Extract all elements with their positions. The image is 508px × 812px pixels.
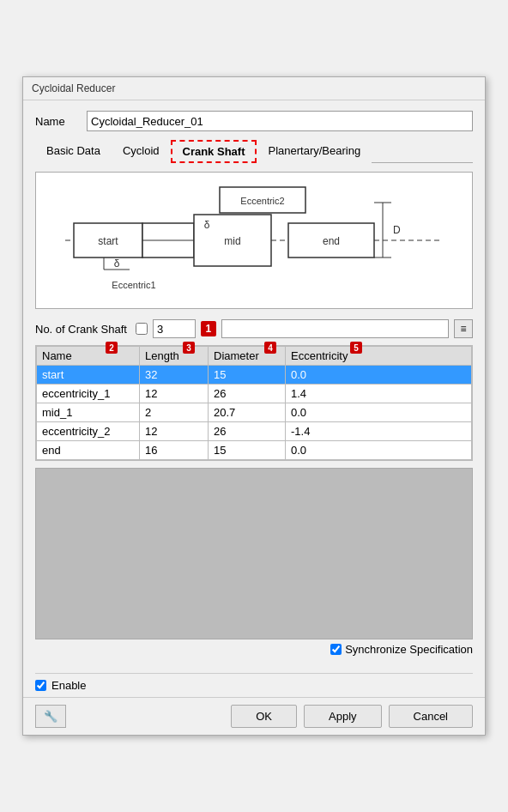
enable-section: Enable bbox=[23, 673, 485, 697]
cell-length: 32 bbox=[140, 366, 209, 385]
table-row[interactable]: mid_1220.70.0 bbox=[37, 403, 472, 422]
col-header-diameter: Diameter 4 bbox=[209, 347, 286, 366]
table-header-row: Name 2 Length 3 Diameter 4 Eccentricit bbox=[37, 347, 472, 366]
cell-diameter: 20.7 bbox=[209, 403, 286, 422]
action-buttons: OK Apply Cancel bbox=[231, 705, 473, 728]
cell-eccentricity: 0.0 bbox=[286, 403, 472, 422]
cell-diameter: 15 bbox=[209, 441, 286, 460]
table-container: Name 2 Length 3 Diameter 4 Eccentricit bbox=[35, 345, 473, 461]
cell-diameter: 26 bbox=[209, 422, 286, 441]
crank-shaft-diagram: start δ Eccentric1 mid E bbox=[57, 177, 451, 304]
tab-cycloid[interactable]: Cycloid bbox=[112, 140, 171, 163]
diagram: start δ Eccentric1 mid E bbox=[35, 172, 473, 309]
name-input[interactable] bbox=[87, 111, 473, 131]
crank-fill bbox=[221, 319, 449, 338]
tab-crank-shaft[interactable]: Crank Shaft bbox=[171, 140, 257, 163]
table-row[interactable]: start32150.0 bbox=[37, 366, 472, 385]
tab-basic-data[interactable]: Basic Data bbox=[35, 140, 112, 163]
button-row: 🔧 OK Apply Cancel bbox=[23, 697, 485, 735]
dialog: Cycloidal Reducer Name Basic Data Cycloi… bbox=[22, 76, 486, 736]
tab-planetary-bearing[interactable]: Planertary/Bearing bbox=[257, 140, 372, 163]
enable-label: Enable bbox=[51, 679, 86, 692]
cell-diameter: 26 bbox=[209, 385, 286, 403]
svg-text:Eccentric1: Eccentric1 bbox=[112, 280, 155, 290]
col-badge-2: 2 bbox=[106, 342, 118, 354]
crank-row: No. of Crank Shaft 1 ≡ bbox=[35, 319, 473, 338]
enable-checkbox[interactable] bbox=[35, 680, 46, 691]
name-row: Name bbox=[35, 111, 473, 131]
table-row[interactable]: eccentricity_21226-1.4 bbox=[37, 422, 472, 441]
crank-label: No. of Crank Shaft bbox=[35, 323, 127, 336]
col-header-length: Length 3 bbox=[140, 347, 209, 366]
col-badge-5: 5 bbox=[350, 342, 362, 354]
enable-row: Enable bbox=[35, 673, 473, 697]
cell-diameter: 15 bbox=[209, 366, 286, 385]
table-row[interactable]: end16150.0 bbox=[37, 441, 472, 460]
cell-length: 12 bbox=[140, 385, 209, 403]
cell-name: eccentricity_1 bbox=[37, 385, 140, 403]
table-empty-area bbox=[35, 468, 473, 639]
tabs: Basic Data Cycloid Crank Shaft Planertar… bbox=[35, 140, 473, 163]
cell-length: 2 bbox=[140, 403, 209, 422]
cell-eccentricity: 0.0 bbox=[286, 441, 472, 460]
data-table: Name 2 Length 3 Diameter 4 Eccentricit bbox=[36, 346, 472, 460]
svg-text:Eccentric2: Eccentric2 bbox=[240, 196, 284, 206]
svg-text:δ: δ bbox=[114, 258, 120, 270]
sync-row: Synchronize Specification bbox=[35, 639, 473, 659]
cell-name: end bbox=[37, 441, 140, 460]
icon-button[interactable]: 🔧 bbox=[35, 705, 66, 728]
dialog-title: Cycloidal Reducer bbox=[32, 82, 115, 94]
cell-length: 16 bbox=[140, 441, 209, 460]
cell-eccentricity: -1.4 bbox=[286, 422, 472, 441]
svg-text:D: D bbox=[393, 224, 401, 236]
svg-text:δ: δ bbox=[204, 219, 210, 231]
svg-text:end: end bbox=[323, 235, 340, 247]
crank-badge: 1 bbox=[201, 321, 216, 336]
crank-menu-btn[interactable]: ≡ bbox=[454, 319, 473, 338]
svg-text:mid: mid bbox=[224, 235, 240, 247]
ok-button[interactable]: OK bbox=[231, 705, 297, 728]
title-bar: Cycloidal Reducer bbox=[23, 77, 485, 100]
cell-length: 12 bbox=[140, 422, 209, 441]
cell-name: mid_1 bbox=[37, 403, 140, 422]
cell-name: eccentricity_2 bbox=[37, 422, 140, 441]
name-label: Name bbox=[35, 115, 87, 128]
col-badge-3: 3 bbox=[183, 342, 195, 354]
cell-eccentricity: 0.0 bbox=[286, 366, 472, 385]
cancel-button[interactable]: Cancel bbox=[389, 705, 473, 728]
cell-eccentricity: 1.4 bbox=[286, 385, 472, 403]
cell-name: start bbox=[37, 366, 140, 385]
table-row[interactable]: eccentricity_112261.4 bbox=[37, 385, 472, 403]
crank-value-input[interactable] bbox=[153, 319, 196, 338]
svg-text:start: start bbox=[98, 235, 118, 247]
crank-checkbox[interactable] bbox=[136, 323, 148, 335]
col-header-eccentricity: Eccentricity 5 bbox=[286, 347, 472, 366]
apply-button[interactable]: Apply bbox=[304, 705, 382, 728]
col-badge-4: 4 bbox=[264, 342, 276, 354]
col-header-name: Name 2 bbox=[37, 347, 140, 366]
sync-checkbox[interactable] bbox=[330, 644, 342, 655]
sync-label: Synchronize Specification bbox=[345, 643, 473, 656]
